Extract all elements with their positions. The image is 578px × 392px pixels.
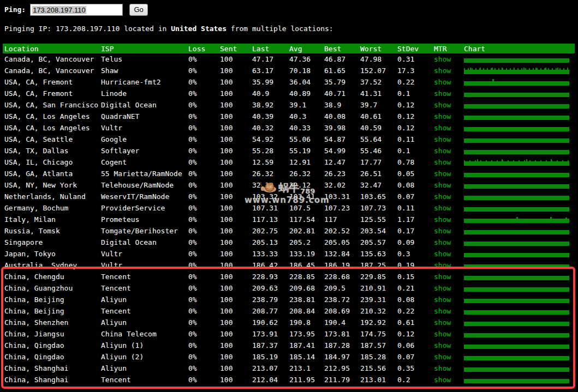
table-row: China, ShenzhenAliyun0%100190.62190.8190… [3,317,575,328]
cell-stdev: 0.78 [396,158,432,166]
cell-worst: 55.64 [359,135,396,143]
cell-sent: 100 [218,227,251,235]
mtr-show-link[interactable]: show [434,101,451,109]
mtr-show-link[interactable]: show [434,261,451,269]
cell-last: 12.59 [251,158,288,166]
mtr-show-link[interactable]: show [434,364,451,372]
cell-last: 186.42 [251,261,288,269]
table-row: China, ChengduTencent0%100228.93228.8522… [3,271,575,282]
latency-sparkline [464,253,569,257]
cell-avg: 187.41 [288,341,323,349]
cell-sent: 100 [218,364,251,372]
cell-loss: 0% [187,273,218,281]
cell-location: USA, CA, Los Angeles [3,112,99,120]
mtr-show-link[interactable]: show [434,215,451,224]
ping-input[interactable]: 173.208.197.110 [30,4,123,16]
cell-loss: 0% [187,238,218,246]
mtr-show-link[interactable]: show [434,181,451,189]
cell-worst: 187.25 [359,261,396,269]
cell-worst: 210.91 [359,284,396,292]
mtr-show-link[interactable]: show [434,250,451,258]
mtr-show-link[interactable]: show [434,78,451,86]
cell-avg: 133.19 [288,250,323,258]
cell-chart [462,113,575,120]
latency-sparkline [464,150,569,154]
cell-sent: 100 [218,318,251,327]
go-button[interactable]: Go [129,4,148,16]
cell-location: China, Qingdao [3,341,99,349]
cell-location: Russia, Tomsk [3,227,99,235]
mtr-show-link[interactable]: show [434,238,451,246]
cell-stdev: 0.11 [396,135,432,143]
cell-avg: 40.33 [288,124,323,132]
mtr-show-link[interactable]: show [434,330,451,338]
column-header-sent: Sent [218,45,251,53]
mtr-show-link[interactable]: show [434,273,451,281]
mtr-show-link[interactable]: show [434,341,451,349]
cell-worst: 229.85 [359,273,396,281]
cell-chart [462,262,575,269]
cell-chart [462,377,575,383]
cell-worst: 125.55 [359,215,396,224]
cell-stdev: 0.22 [396,307,432,315]
cell-mtr: show [432,147,462,155]
column-header-loss: Loss [187,45,218,53]
cell-chart [462,342,575,349]
cell-mtr: show [432,330,462,338]
mtr-show-link[interactable]: show [434,192,451,201]
cell-best: 212.95 [323,364,359,372]
cell-chart [462,239,575,246]
table-row: USA, IL, ChicagoCogent0%10012.5912.9112.… [3,156,575,168]
cell-worst: 135.63 [359,250,396,258]
cell-loss: 0% [187,192,218,201]
cell-last: 54.92 [251,135,288,143]
cell-location: China, Beijing [3,307,99,315]
cell-avg: 238.81 [288,295,323,304]
mtr-show-link[interactable]: show [434,284,451,292]
cell-last: 212.04 [251,376,288,384]
cell-loss: 0% [187,101,218,109]
cell-chart [462,194,575,200]
cell-avg: 211.95 [288,376,323,384]
mtr-show-link[interactable]: show [434,170,451,178]
mtr-show-link[interactable]: show [434,376,451,384]
cell-sent: 100 [218,112,251,120]
cell-isp: 55 Marietta/RamNode [99,170,187,178]
mtr-show-link[interactable]: show [434,55,451,63]
cell-worst: 41.31 [359,89,396,98]
mtr-show-link[interactable]: show [434,158,451,166]
mtr-show-link[interactable]: show [434,67,451,75]
table-row: China, QingdaoAliyun (2)0%100185.19185.1… [3,351,575,363]
mtr-show-link[interactable]: show [434,112,451,120]
cell-location: Japan, Tokyo [3,250,99,258]
cell-sent: 100 [218,307,251,315]
cell-location: USA, GA, Atlanta [3,170,99,178]
cell-mtr: show [432,158,462,166]
cell-best: 40.08 [323,112,359,120]
cell-isp: Aliyun (2) [99,353,187,361]
mtr-show-link[interactable]: show [434,318,451,327]
cell-location: China, Shanghai [3,376,99,384]
mtr-show-link[interactable]: show [434,89,451,98]
latency-sparkline [464,104,569,108]
column-header-chart: Chart [462,45,575,53]
cell-last: 26.32 [251,170,288,178]
mtr-show-link[interactable]: show [434,227,451,235]
mtr-show-link[interactable]: show [434,353,451,361]
mtr-show-link[interactable]: show [434,204,451,212]
cell-last: 173.91 [251,330,288,338]
latency-sparkline [464,138,569,143]
mtr-show-link[interactable]: show [434,307,451,315]
mtr-show-link[interactable]: show [434,147,451,155]
mtr-show-link[interactable]: show [434,124,451,132]
latency-sparkline [464,196,569,200]
cell-stdev: 17.3 [396,67,432,75]
cell-mtr: show [432,67,462,75]
cell-location: USA, NY, New York [3,181,99,189]
status-prefix: Pinging IP: [4,25,51,33]
cell-loss: 0% [187,307,218,315]
mtr-show-link[interactable]: show [434,135,451,143]
table-row: China, QingdaoAliyun (1)0%100187.37187.4… [3,340,575,351]
mtr-show-link[interactable]: show [434,295,451,304]
cell-chart [462,216,575,223]
